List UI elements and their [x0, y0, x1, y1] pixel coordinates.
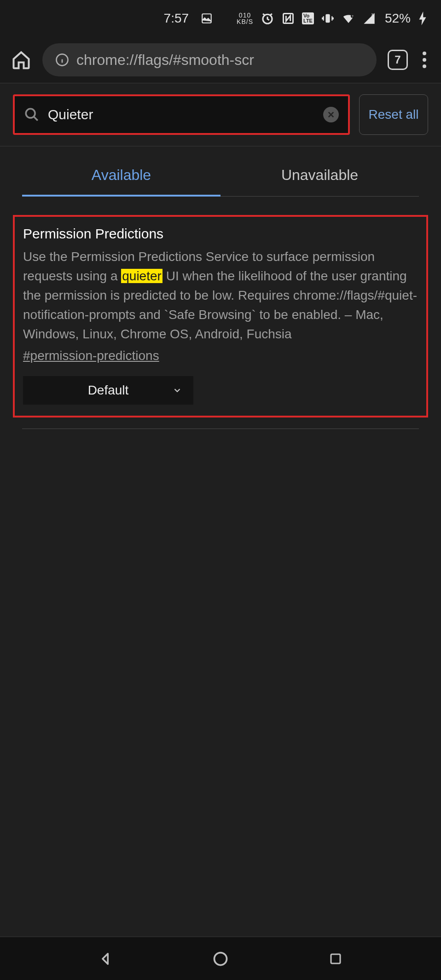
reset-all-button[interactable]: Reset all [359, 94, 428, 135]
flag-card-highlight-frame: Permission Predictions Use the Permissio… [13, 215, 428, 418]
svg-point-9 [215, 952, 227, 965]
tabs: Available Unavailable [22, 156, 419, 197]
info-icon [55, 53, 69, 67]
system-nav-bar [0, 936, 441, 980]
charging-icon [418, 12, 427, 25]
chevron-down-icon [172, 385, 182, 395]
tab-available[interactable]: Available [22, 156, 220, 197]
search-input[interactable] [48, 107, 315, 122]
url-text: chrome://flags/#smooth-scr [76, 52, 254, 69]
signal-icon: x [363, 12, 376, 25]
vibrate-icon [321, 12, 334, 25]
wifi-icon: ? [342, 12, 355, 25]
overflow-menu-button[interactable] [419, 48, 430, 72]
nav-back-button[interactable] [97, 950, 115, 968]
divider [0, 146, 441, 146]
status-bar: 7:57 010 KB/S VoLTE ? x 52% [0, 0, 441, 37]
address-bar[interactable]: chrome://flags/#smooth-scr [42, 43, 377, 76]
nfc-icon [282, 12, 295, 25]
nav-home-button[interactable] [211, 950, 230, 968]
search-match-highlight: quieter [121, 269, 162, 283]
svg-text:x: x [371, 12, 374, 17]
flag-results: Permission Predictions Use the Permissio… [0, 197, 441, 429]
alarm-icon [261, 12, 274, 25]
browser-toolbar: chrome://flags/#smooth-scr 7 [0, 37, 441, 83]
divider [22, 429, 419, 429]
tab-unavailable[interactable]: Unavailable [220, 156, 419, 196]
volte-icon: VoLTE [302, 12, 314, 24]
flags-search-box[interactable] [15, 96, 348, 133]
network-rate: 010 KB/S [237, 12, 253, 25]
clear-search-button[interactable] [323, 107, 339, 122]
svg-point-8 [26, 109, 35, 118]
svg-rect-10 [331, 954, 340, 963]
home-button[interactable] [11, 50, 31, 70]
tab-switcher[interactable]: 7 [388, 50, 408, 70]
flag-title: Permission Predictions [23, 226, 418, 242]
svg-rect-3 [325, 14, 330, 23]
nav-recents-button[interactable] [326, 950, 345, 968]
battery-percent: 52% [385, 11, 411, 26]
flag-anchor-link[interactable]: #permission-predictions [23, 348, 159, 363]
search-highlight-frame [13, 94, 350, 135]
flag-state-select[interactable]: Default [23, 376, 193, 405]
flag-description: Use the Permission Predictions Service t… [23, 247, 418, 344]
svg-text:?: ? [352, 15, 354, 18]
search-icon [24, 107, 40, 122]
status-time: 7:57 [164, 11, 189, 26]
picture-icon [201, 12, 213, 24]
controls-row: Reset all [0, 83, 441, 146]
